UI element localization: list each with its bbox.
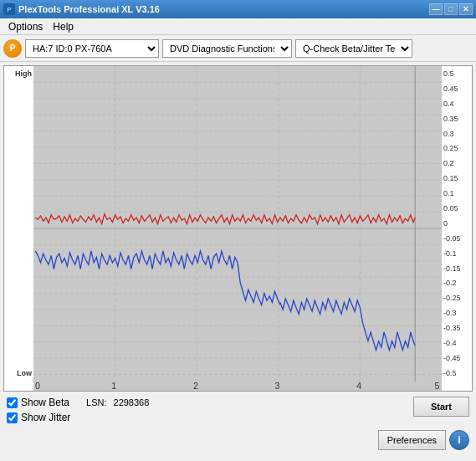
y-right-13: -0.15 [443,264,470,273]
maximize-button[interactable]: □ [444,3,458,15]
y-right-9: 0.05 [443,204,470,213]
show-beta-checkbox-item: Show Beta LSN: 2298368 [7,397,149,408]
toolbar: P HA:7 ID:0 PX-760A DVD Diagnostic Funct… [0,35,476,62]
y-axis-right: 0.5 0.45 0.4 0.35 0.3 0.25 0.2 0.15 0.1 … [442,66,472,391]
main-content: High Low [0,62,476,461]
preferences-button[interactable]: Preferences [378,430,446,450]
y-right-12: -0.1 [443,249,470,258]
svg-text:5: 5 [435,381,440,391]
show-beta-label: Show Beta [21,397,69,408]
title-controls: — □ ✕ [429,3,473,15]
y-right-2: 0.4 [443,100,470,108]
y-left-top: High [6,69,32,78]
show-jitter-checkbox[interactable] [7,412,18,423]
y-right-18: -0.4 [443,339,470,347]
y-left-bottom: Low [6,369,32,377]
info-button[interactable]: i [449,430,469,450]
lsn-value: 2298368 [114,397,150,407]
minimize-button[interactable]: — [429,3,443,15]
y-right-11: -0.05 [443,234,470,243]
svg-text:2: 2 [193,381,198,391]
svg-text:1: 1 [111,381,116,391]
svg-text:0: 0 [35,381,40,391]
y-right-10: 0 [443,219,470,228]
y-right-16: -0.3 [443,309,470,317]
chart-svg: 0 1 2 3 4 5 [33,66,442,391]
y-right-4: 0.3 [443,130,470,138]
y-right-0: 0.5 [443,69,470,78]
y-right-20: -0.5 [443,369,470,377]
test-select[interactable]: Q-Check Beta/Jitter Test [295,39,412,58]
y-right-1: 0.45 [443,85,470,93]
drive-select[interactable]: HA:7 ID:0 PX-760A [25,39,159,58]
y-right-3: 0.35 [443,115,470,123]
y-right-19: -0.45 [443,354,470,362]
show-jitter-label: Show Jitter [21,412,70,423]
svg-text:4: 4 [356,381,361,391]
svg-text:3: 3 [275,381,280,391]
chart-container: High Low [3,65,473,392]
title-text: PlexTools Professional XL V3.16 [18,4,160,14]
title-bar-left: P PlexTools Professional XL V3.16 [3,3,160,15]
y-right-6: 0.2 [443,159,470,167]
y-right-15: -0.25 [443,294,470,302]
bottom-controls: Show Beta LSN: 2298368 Show Jitter Start… [3,395,473,458]
y-right-5: 0.25 [443,144,470,152]
start-button[interactable]: Start [413,397,469,417]
y-right-8: 0.1 [443,189,470,197]
menu-help[interactable]: Help [48,19,79,34]
menu-options[interactable]: Options [3,19,48,34]
function-select[interactable]: DVD Diagnostic Functions [162,39,292,58]
title-bar: P PlexTools Professional XL V3.16 — □ ✕ [0,0,476,18]
chart-area: 0 1 2 3 4 5 [33,66,442,391]
menu-bar: Options Help [0,18,476,35]
y-right-14: -0.2 [443,279,470,287]
y-axis-left: High Low [4,66,33,391]
y-right-17: -0.35 [443,324,470,332]
show-beta-checkbox[interactable] [7,397,18,408]
y-right-7: 0.15 [443,174,470,182]
app-icon: P [3,3,15,15]
show-jitter-checkbox-item: Show Jitter [7,412,149,423]
window: P PlexTools Professional XL V3.16 — □ ✕ … [0,0,476,461]
lsn-label: LSN: [86,397,106,407]
close-button[interactable]: ✕ [459,3,473,15]
drive-icon: P [3,39,22,58]
